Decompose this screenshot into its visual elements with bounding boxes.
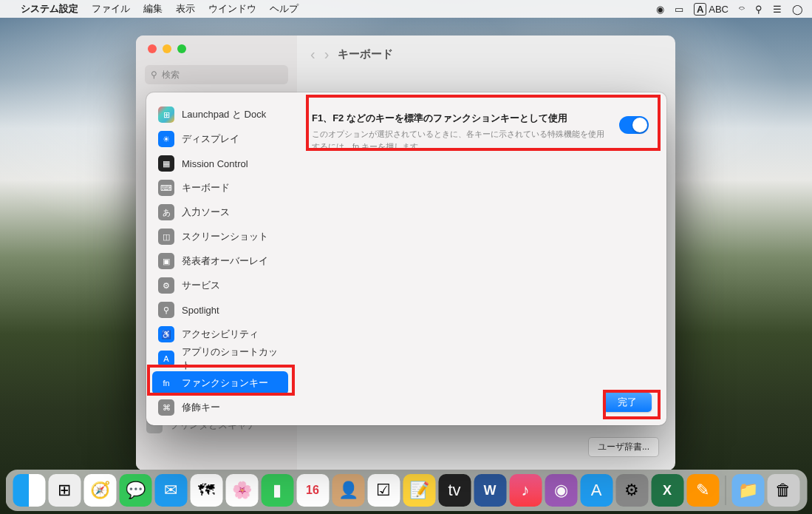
sidebar-item-keyboard[interactable]: ⌨キーボード: [152, 176, 288, 200]
dock-photos[interactable]: 🌸: [225, 474, 258, 507]
dock-excel[interactable]: X: [651, 474, 683, 507]
dock-facetime[interactable]: ▮: [261, 474, 293, 507]
sidebar-item-accessibility[interactable]: ♿アクセシビリティ: [152, 322, 288, 346]
siri-icon[interactable]: ◯: [792, 4, 803, 15]
sidebar-item-display[interactable]: ☀ディスプレイ: [152, 127, 288, 151]
search-icon: ⚲: [151, 70, 157, 80]
services-icon: ⚙: [158, 277, 174, 294]
back-button[interactable]: ‹: [310, 46, 315, 63]
presenter-icon: ▣: [158, 253, 174, 269]
mission-control-icon: ▦: [158, 155, 174, 172]
dock-tv[interactable]: tv: [438, 474, 471, 507]
modifier-keys-icon: ⌘: [158, 399, 174, 416]
dock-notes[interactable]: 📝: [403, 474, 435, 507]
dock-finder[interactable]: [13, 474, 45, 507]
fn-icon: fn: [158, 375, 174, 391]
close-button[interactable]: [148, 44, 157, 53]
sidebar-item-modifier-keys[interactable]: ⌘修飾キー: [152, 396, 288, 419]
dock-music[interactable]: ♪: [509, 474, 542, 507]
dock-word[interactable]: W: [474, 474, 506, 507]
function-keys-setting-row: F1、F2 などのキーを標準のファンクションキーとして使用 このオプションが選択…: [310, 109, 650, 155]
sidebar-item-launchpad-dock[interactable]: ⊞Launchpad と Dock: [152, 103, 288, 126]
function-keys-toggle[interactable]: [619, 116, 649, 134]
zoom-button[interactable]: [177, 44, 186, 53]
dock-launchpad[interactable]: ⊞: [48, 474, 81, 507]
control-center-icon[interactable]: ☰: [773, 4, 782, 15]
sidebar-item-app-shortcuts[interactable]: Aアプリのショートカット: [152, 347, 288, 371]
dock-calendar[interactable]: 16: [296, 474, 329, 507]
dock-contacts[interactable]: 👤: [332, 474, 364, 507]
sidebar-item-spotlight[interactable]: ⚲Spotlight: [152, 298, 288, 322]
app-shortcuts-icon: A: [158, 351, 174, 367]
dock: ⊞ 🧭 💬 ✉ 🗺 🌸 ▮ 16 👤 ☑ 📝 tv W ♪ ◉ A ⚙ X ✎ …: [5, 470, 807, 511]
sidebar-item-screenshots[interactable]: ◫スクリーンショット: [152, 225, 288, 248]
minimize-button[interactable]: [163, 44, 171, 53]
menu-view[interactable]: 表示: [176, 2, 195, 16]
spotlight-icon[interactable]: ⚲: [755, 4, 762, 15]
dock-maps[interactable]: 🗺: [190, 474, 222, 507]
sidebar-item-mission-control[interactable]: ▦Mission Control: [152, 152, 288, 175]
sheet-main: F1、F2 などのキーを標準のファンクションキーとして使用 このオプションが選択…: [294, 92, 666, 425]
sidebar-item-services[interactable]: ⚙サービス: [152, 274, 288, 297]
done-button[interactable]: 完了: [603, 393, 652, 412]
dock-podcasts[interactable]: ◉: [545, 474, 577, 507]
dock-trash[interactable]: 🗑: [767, 474, 799, 507]
forward-button[interactable]: ›: [324, 46, 330, 63]
menu-file[interactable]: ファイル: [92, 2, 130, 16]
sidebar-item-presenter-overlay[interactable]: ▣発表者オーバーレイ: [152, 249, 288, 273]
keyboard-icon: ⌨: [158, 180, 174, 196]
input-sources-icon: あ: [158, 204, 174, 220]
app-menu[interactable]: システム設定: [21, 2, 78, 16]
battery-icon[interactable]: ▭: [675, 4, 683, 15]
dock-safari[interactable]: 🧭: [83, 474, 116, 507]
input-source-indicator[interactable]: A ABC: [694, 4, 729, 15]
sidebar-item-input-sources[interactable]: あ入力ソース: [152, 200, 288, 224]
launchpad-icon: ⊞: [158, 106, 174, 123]
sidebar-item-function-keys[interactable]: fnファンクションキー: [152, 371, 288, 395]
spotlight-sidebar-icon: ⚲: [158, 302, 174, 318]
dock-pages[interactable]: ✎: [686, 474, 719, 507]
search-placeholder: 検索: [162, 69, 180, 81]
shortcuts-sheet: ⊞Launchpad と Dock ☀ディスプレイ ▦Mission Contr…: [146, 92, 666, 425]
recording-icon[interactable]: ◉: [656, 4, 664, 15]
wifi-icon[interactable]: ⌔: [739, 4, 745, 15]
display-icon: ☀: [158, 131, 174, 147]
dock-mail[interactable]: ✉: [154, 474, 187, 507]
dock-appstore[interactable]: A: [580, 474, 613, 507]
dock-reminders[interactable]: ☑: [367, 474, 400, 507]
menu-edit[interactable]: 編集: [143, 2, 163, 16]
window-controls: [136, 44, 297, 62]
setting-description: このオプションが選択されているときに、各キーに示されている特殊機能を使用するには…: [312, 128, 610, 152]
dock-separator: [725, 476, 726, 505]
menu-help[interactable]: ヘルプ: [270, 2, 298, 16]
screenshot-icon: ◫: [158, 229, 174, 245]
sheet-sidebar: ⊞Launchpad と Dock ☀ディスプレイ ▦Mission Contr…: [146, 92, 294, 425]
menu-window[interactable]: ウインドウ: [208, 2, 256, 16]
menu-bar: システム設定 ファイル 編集 表示 ウインドウ ヘルプ ◉ ▭ A ABC ⌔ …: [0, 0, 812, 18]
setting-title: F1、F2 などのキーを標準のファンクションキーとして使用: [312, 112, 610, 125]
dock-downloads[interactable]: 📁: [731, 474, 764, 507]
dock-system-settings[interactable]: ⚙: [615, 474, 648, 507]
nav-bar: ‹ › キーボード: [310, 46, 662, 63]
user-dictionary-button[interactable]: ユーザ辞書...: [588, 437, 659, 457]
accessibility-icon: ♿: [158, 326, 174, 342]
search-field[interactable]: ⚲ 検索: [145, 65, 288, 84]
page-title: キーボード: [338, 47, 393, 61]
dock-messages[interactable]: 💬: [119, 474, 151, 507]
